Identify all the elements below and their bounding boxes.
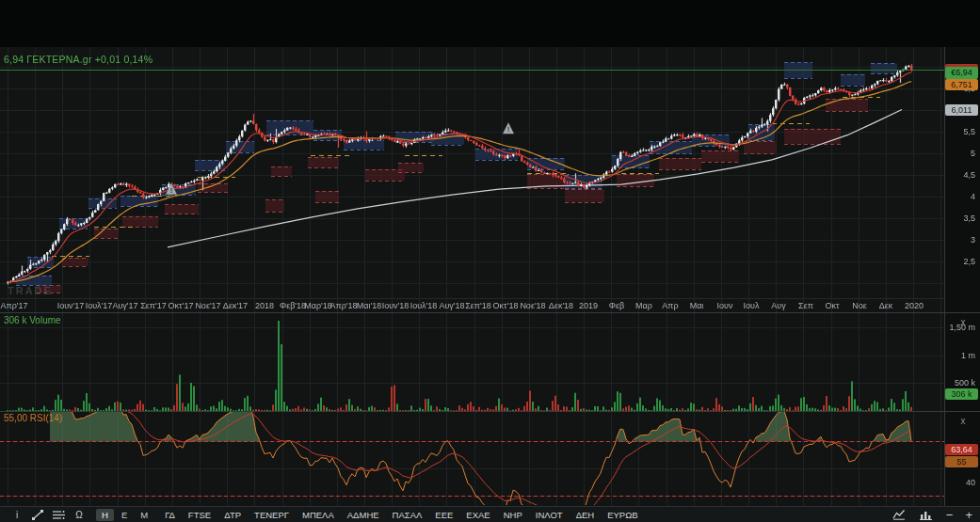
timeframe-group: ΗΕΜ xyxy=(96,509,153,521)
time-axis-label: Νοε'18 xyxy=(520,301,545,310)
volume-badge: 306 k xyxy=(945,388,978,400)
time-axis-label: Σεπ xyxy=(798,301,813,310)
time-axis-label: 2019 xyxy=(579,301,598,310)
time-axis-label: 2018 xyxy=(255,301,274,310)
toolbar-symbol-ΕΥΡΩΒ[interactable]: ΕΥΡΩΒ xyxy=(602,509,643,521)
trading-chart-window: 6,94 ΓΕΚΤΕΡΝΑ.gr +0,01 0,14% TRADE 306 k… xyxy=(0,0,980,522)
toolbar-symbol-ΓΔ[interactable]: ΓΔ xyxy=(159,509,181,521)
time-axis-label: Ιουν'17 xyxy=(57,301,85,310)
timeframe-Ε[interactable]: Ε xyxy=(116,509,133,521)
time-axis-label: Οκτ'18 xyxy=(493,301,519,310)
rsi-pane-close-button[interactable]: x xyxy=(955,416,972,426)
time-axis-label: Ιουλ'18 xyxy=(410,301,438,310)
volume-axis-label: 500 k xyxy=(944,378,975,388)
toolbar-symbol-ΜΠΕΛΑ[interactable]: ΜΠΕΛΑ xyxy=(297,509,340,521)
time-axis[interactable]: Απρ'17Ιουν'17Ιουλ'17Αυγ'17Σεπ'17Οκτ'17Νο… xyxy=(0,300,944,312)
time-axis-label: Απρ'18 xyxy=(329,301,357,310)
time-axis-label: Απρ xyxy=(662,301,678,310)
time-axis-label: Δεκ'18 xyxy=(549,301,573,310)
price-axis-label: 4 xyxy=(944,192,975,201)
toolbar-symbol-ΝΗΡ[interactable]: ΝΗΡ xyxy=(498,509,528,521)
time-axis-label: Αυγ'17 xyxy=(112,301,137,310)
toolbar-symbol-ΙΝΛΟΤ[interactable]: ΙΝΛΟΤ xyxy=(530,509,569,521)
volume-axis-label: 1 m xyxy=(944,351,975,360)
price-axis-label: 2,5 xyxy=(944,257,975,266)
price-axis-label: 3 xyxy=(944,235,975,245)
zoom-in-icon[interactable]: + xyxy=(965,509,972,521)
time-axis-label: Νοε xyxy=(852,301,867,310)
toolbar-symbol-ΑΔΜΗΕ[interactable]: ΑΔΜΗΕ xyxy=(342,509,385,521)
trendline-tool-icon[interactable] xyxy=(30,509,45,521)
platform-watermark: TRADE xyxy=(8,285,53,296)
rsi-pane-label: 55,00 RSI(14) xyxy=(4,413,62,423)
toolbar-right-group: − + xyxy=(892,509,972,521)
price-axis-label: 3,5 xyxy=(944,214,975,223)
time-axis-label: Νοε'17 xyxy=(195,301,220,310)
toolbar-symbol-ΕΕΕ[interactable]: ΕΕΕ xyxy=(429,509,458,521)
rsi-axis-label: 40 xyxy=(944,478,975,487)
bar-chart-style-icon[interactable] xyxy=(919,509,934,521)
watchlist-icon[interactable] xyxy=(51,509,66,521)
toolbar-symbol-ΔΕΗ[interactable]: ΔΕΗ xyxy=(570,509,601,521)
price-chart-canvas[interactable] xyxy=(0,0,980,522)
time-axis-label: Μαι'18 xyxy=(357,301,381,310)
rsi-value-badge: 55 xyxy=(945,456,978,467)
time-axis-label: Φεβ xyxy=(609,301,624,310)
time-axis-label: Δεκ xyxy=(879,301,893,310)
volume-pane-close-button[interactable]: x xyxy=(955,317,972,327)
time-axis-label: Απρ'17 xyxy=(0,301,27,310)
time-axis-label: 2020 xyxy=(905,301,924,310)
timeframe-Η[interactable]: Η xyxy=(96,509,114,521)
time-axis-label: Ιουλ'17 xyxy=(86,301,113,310)
symbol-watchlist-group: ΓΔFTSEΔΤΡΤΕΝΕΡΓΜΠΕΛΑΑΔΜΗΕΠΑΣΑΛΕΕΕΕΧΑΕΝΗΡ… xyxy=(159,509,643,521)
timeframe-Μ[interactable]: Μ xyxy=(135,509,153,521)
ma-slow-value-badge: 6,011 xyxy=(945,104,978,116)
last-price-badge: €6,94 xyxy=(945,67,978,79)
toolbar-symbol-ΠΑΣΑΛ[interactable]: ΠΑΣΑΛ xyxy=(387,509,428,521)
time-axis-label: Σεπ'18 xyxy=(465,301,491,310)
price-axis-label: 4,5 xyxy=(944,170,975,180)
zoom-out-icon[interactable]: − xyxy=(946,509,954,521)
time-axis-label: Σεπ'17 xyxy=(140,301,167,310)
price-axis-label: 5 xyxy=(944,149,975,158)
time-axis-label: Αυγ xyxy=(771,301,785,310)
time-axis-label: Ιουν xyxy=(717,301,733,310)
time-axis-label: Αυγ'18 xyxy=(439,301,464,310)
time-axis-label: Μαρ'18 xyxy=(304,301,332,310)
time-axis-label: Οκτ xyxy=(825,301,839,310)
time-axis-label: Οκτ'17 xyxy=(169,301,194,310)
info-icon[interactable]: i xyxy=(9,509,24,521)
toolbar-symbol-ΕΧΑΕ[interactable]: ΕΧΑΕ xyxy=(460,509,495,521)
symbol-quote-label: 6,94 ΓΕΚΤΕΡΝΑ.gr +0,01 0,14% xyxy=(4,54,153,65)
line-chart-style-icon[interactable] xyxy=(892,509,907,521)
time-axis-label: Δεκ'17 xyxy=(223,301,248,310)
toolbar-symbol-ΔΤΡ[interactable]: ΔΤΡ xyxy=(218,509,247,521)
bottom-toolbar: i Ω ΗΕΜ ΓΔFTSEΔΤΡΤΕΝΕΡΓΜΠΕΛΑΑΔΜΗΕΠΑΣΑΛΕΕ… xyxy=(0,506,980,522)
volume-pane-label: 306 k Volume xyxy=(4,315,61,325)
time-axis-label: Ιουλ xyxy=(744,301,760,310)
toolbar-symbol-FTSE[interactable]: FTSE xyxy=(183,509,217,521)
time-axis-label: Μαι xyxy=(690,301,704,310)
ma-fast-value-badge: 6,751 xyxy=(945,79,978,90)
toolbar-symbol-ΤΕΝΕΡΓ[interactable]: ΤΕΝΕΡΓ xyxy=(249,509,295,521)
time-axis-label: Φεβ'18 xyxy=(280,301,306,310)
time-axis-label: Μαρ xyxy=(635,301,652,310)
rsi-ma-badge: 63,64 xyxy=(945,444,978,455)
price-axis-label: 5,5 xyxy=(944,127,975,136)
omega-indicator-icon[interactable]: Ω xyxy=(72,509,87,521)
time-axis-label: Ιουν'18 xyxy=(382,301,410,310)
